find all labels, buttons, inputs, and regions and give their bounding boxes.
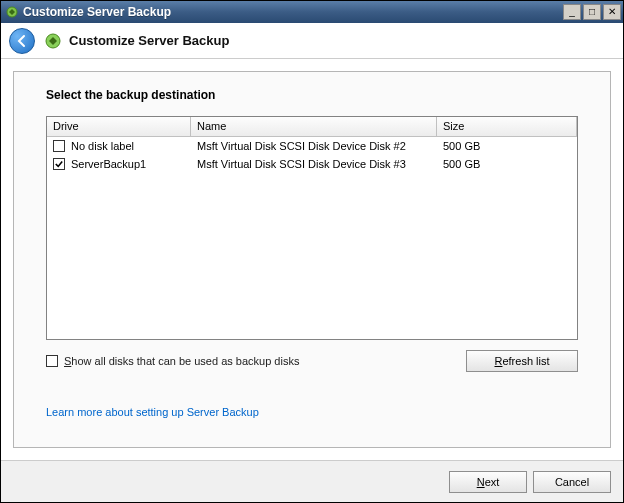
show-all-disks-checkbox[interactable]: Show all disks that can be used as backu…: [46, 355, 299, 367]
wizard-footer: Next Cancel: [1, 460, 623, 502]
row-checkbox[interactable]: [53, 158, 65, 170]
drive-cell: ServerBackup1: [47, 158, 191, 170]
row-checkbox[interactable]: [53, 140, 65, 152]
column-header-name[interactable]: Name: [191, 117, 437, 136]
window-frame: Customize Server Backup _ □ ✕ Customize …: [0, 0, 624, 503]
wizard-title: Customize Server Backup: [69, 33, 229, 48]
titlebar: Customize Server Backup _ □ ✕: [1, 1, 623, 23]
name-cell: Msft Virtual Disk SCSI Disk Device Disk …: [191, 158, 437, 170]
page-instruction: Select the backup destination: [24, 88, 600, 112]
app-icon: [5, 5, 19, 19]
show-all-label: Show all disks that can be used as backu…: [64, 355, 299, 367]
wizard-icon: [43, 31, 63, 51]
column-header-drive[interactable]: Drive: [47, 117, 191, 136]
drive-label: ServerBackup1: [71, 158, 146, 170]
table-row[interactable]: ServerBackup1Msft Virtual Disk SCSI Disk…: [47, 155, 577, 173]
close-button[interactable]: ✕: [603, 4, 621, 20]
back-arrow-icon: [15, 34, 29, 48]
window-title: Customize Server Backup: [23, 5, 563, 19]
wizard-header: Customize Server Backup: [1, 23, 623, 59]
cancel-button[interactable]: Cancel: [533, 471, 611, 493]
size-cell: 500 GB: [437, 158, 577, 170]
column-header-size[interactable]: Size: [437, 117, 577, 136]
destination-list: Drive Name Size No disk labelMsft Virtua…: [46, 116, 578, 340]
drive-label: No disk label: [71, 140, 134, 152]
next-button[interactable]: Next: [449, 471, 527, 493]
list-body: No disk labelMsft Virtual Disk SCSI Disk…: [47, 137, 577, 339]
size-cell: 500 GB: [437, 140, 577, 152]
titlebar-buttons: _ □ ✕: [563, 4, 621, 20]
table-row[interactable]: No disk labelMsft Virtual Disk SCSI Disk…: [47, 137, 577, 155]
maximize-button[interactable]: □: [583, 4, 601, 20]
checkbox-icon: [46, 355, 58, 367]
back-button[interactable]: [9, 28, 35, 54]
learn-more-link[interactable]: Learn more about setting up Server Backu…: [46, 406, 578, 418]
name-cell: Msft Virtual Disk SCSI Disk Device Disk …: [191, 140, 437, 152]
content-area: Select the backup destination Drive Name…: [1, 59, 623, 460]
minimize-button[interactable]: _: [563, 4, 581, 20]
list-header: Drive Name Size: [47, 117, 577, 137]
below-list-row: Show all disks that can be used as backu…: [46, 350, 578, 372]
drive-cell: No disk label: [47, 140, 191, 152]
wizard-panel: Select the backup destination Drive Name…: [13, 71, 611, 448]
refresh-list-button[interactable]: Refresh list: [466, 350, 578, 372]
